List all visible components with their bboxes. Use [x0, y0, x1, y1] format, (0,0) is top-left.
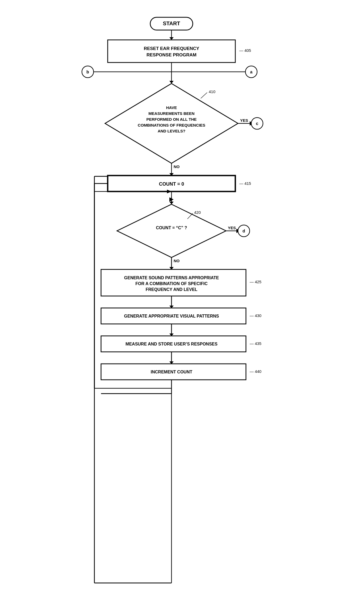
yes-label-420: YES — [228, 226, 236, 230]
connector-b-label: b — [86, 70, 89, 74]
diamond-420-text: COUNT = “C” ? — [156, 226, 187, 230]
rect-435-text: MEASURE AND STORE USER’S RESPONSES — [125, 342, 217, 346]
ref-415: — 415 — [239, 181, 251, 186]
diamond-410-text5: AND LEVELS? — [157, 129, 185, 133]
no-label-420: NO — [174, 259, 180, 263]
rect-405-text-line1: RESET EAR FREQUENCY — [144, 46, 199, 51]
no-label-410: NO — [174, 164, 180, 169]
start-label: START — [163, 20, 180, 26]
rect-405-text-line2: RESPONSE PROGRAM — [147, 52, 196, 57]
connector-a-label: a — [250, 70, 252, 74]
ref-420: 420 — [194, 210, 201, 215]
rect-440-text: INCREMENT COUNT — [150, 370, 192, 374]
yes-label-410: YES — [240, 118, 248, 123]
rect-425-text1: GENERATE SOUND PATTERNS APPROPRIATE — [124, 276, 219, 280]
rect-430-text: GENERATE APPROPRIATE VISUAL PATTERNS — [124, 314, 219, 318]
ref-425: — 425 — [250, 280, 261, 284]
ref-410-line — [201, 93, 207, 98]
ref-405: — 405 — [239, 48, 251, 53]
flowchart: START RESET EAR FREQUENCY RESPONSE PROGR… — [73, 5, 291, 596]
rect-405 — [108, 40, 235, 62]
diamond-410-text1: HAVE — [166, 105, 177, 110]
rect-415-text: COUNT = 0 — [159, 181, 184, 187]
connector-c-label: c — [256, 121, 258, 126]
ref-440: — 440 — [250, 369, 261, 374]
diamond-410-text2: MEASUREMENTS BEEN — [148, 111, 194, 116]
diamond-410-text3: PERFORMED ON ALL THE — [146, 117, 196, 122]
ref-410: 410 — [209, 89, 215, 94]
diamond-420 — [117, 204, 226, 257]
ref-435: — 435 — [250, 341, 261, 346]
ref-430: — 430 — [250, 313, 261, 318]
connector-d-label: d — [242, 229, 245, 233]
rect-425-text2: FOR A COMBINATION OF SPECIFIC — [135, 281, 208, 286]
diamond-410-text4: COMBINATIONS OF FREQUENCIES — [138, 123, 205, 127]
rect-425-text3: FREQUENCY AND LEVEL — [145, 287, 197, 292]
